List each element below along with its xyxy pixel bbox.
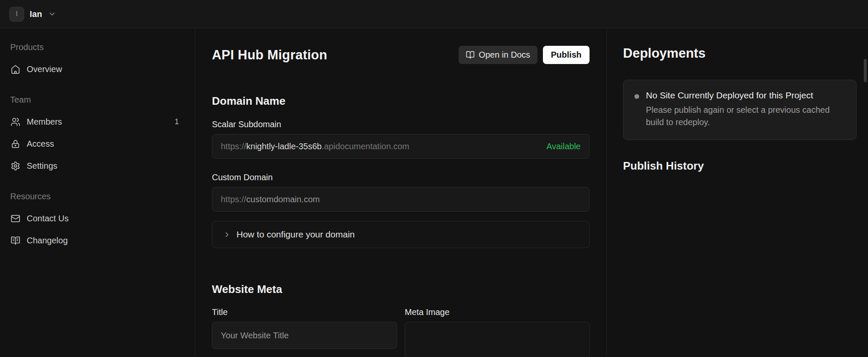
- main-header: API Hub Migration Open in Docs Publish: [212, 46, 590, 64]
- sidebar-item-access[interactable]: Access: [10, 133, 179, 155]
- subdomain-protocol: https://: [221, 142, 246, 151]
- workspace-switcher[interactable]: I Ian: [9, 7, 56, 22]
- sidebar-section-label: Team: [10, 89, 179, 111]
- sidebar-item-label: Contact Us: [27, 214, 69, 223]
- website-title-input[interactable]: [212, 322, 397, 349]
- chevron-down-icon: [48, 10, 56, 18]
- header-actions: Open in Docs Publish: [459, 46, 590, 64]
- layout-columns: Products Overview Team Members 1: [0, 28, 868, 357]
- sidebar-item-contact-us[interactable]: Contact Us: [10, 207, 179, 229]
- title-field-group: Title: [212, 307, 397, 357]
- sidebar-item-members[interactable]: Members 1: [10, 111, 179, 133]
- sidebar-item-changelog[interactable]: Changelog: [10, 229, 179, 251]
- custom-domain-label: Custom Domain: [212, 173, 590, 182]
- sidebar-section-team: Team Members 1 Access: [10, 89, 179, 177]
- workspace-avatar-initial: I: [16, 10, 18, 18]
- publish-button[interactable]: Publish: [543, 46, 590, 64]
- deployment-status-card: No Site Currently Deployed for this Proj…: [623, 80, 857, 140]
- publish-history-heading: Publish History: [623, 159, 857, 173]
- configure-domain-disclosure[interactable]: How to configure your domain: [212, 221, 590, 248]
- sidebar-item-label: Settings: [27, 161, 57, 171]
- configure-domain-label: How to configure your domain: [236, 229, 355, 240]
- sidebar-section-products: Products Overview: [10, 36, 179, 80]
- mail-icon: [10, 214, 20, 223]
- sidebar-item-label: Overview: [27, 64, 62, 74]
- deployment-empty-title: No Site Currently Deployed for this Proj…: [646, 90, 845, 100]
- domain-name-heading: Domain Name: [212, 95, 590, 108]
- home-icon: [10, 64, 20, 74]
- scalar-subdomain-label: Scalar Subdomain: [212, 120, 590, 129]
- scalar-subdomain-input[interactable]: https://knightly-ladle-35s6b.apidocument…: [212, 134, 590, 159]
- deployments-heading: Deployments: [623, 46, 857, 61]
- lock-icon: [10, 139, 20, 149]
- chevron-right-icon: [223, 231, 231, 239]
- sidebar-item-label: Access: [27, 139, 54, 149]
- meta-image-dropzone[interactable]: [405, 322, 590, 357]
- users-icon: [10, 117, 20, 127]
- deployments-panel: Deployments No Site Currently Deployed f…: [607, 28, 868, 357]
- open-in-docs-label: Open in Docs: [479, 50, 530, 60]
- meta-image-field-group: Meta Image: [405, 307, 590, 357]
- publish-label: Publish: [551, 50, 581, 60]
- sidebar-item-label: Changelog: [27, 236, 68, 245]
- status-dot-icon: [634, 94, 639, 99]
- sidebar-section-resources: Resources Contact Us Changelog: [10, 185, 179, 251]
- custom-domain-input[interactable]: https://customdomain.com: [212, 187, 590, 212]
- deployment-status-text: No Site Currently Deployed for this Proj…: [646, 90, 845, 128]
- sidebar-item-label: Members: [27, 117, 62, 127]
- scrollbar-thumb[interactable]: [864, 59, 867, 82]
- sidebar: Products Overview Team Members 1: [0, 28, 195, 357]
- workspace-avatar: I: [9, 7, 24, 22]
- subdomain-value: knightly-ladle-35s6b: [246, 142, 322, 151]
- workspace-name: Ian: [30, 9, 42, 19]
- open-in-docs-button[interactable]: Open in Docs: [459, 46, 537, 64]
- meta-image-label: Meta Image: [405, 307, 590, 317]
- sidebar-section-label: Products: [10, 36, 179, 58]
- page-title: API Hub Migration: [212, 47, 327, 63]
- book-open-icon: [466, 50, 475, 59]
- sidebar-item-settings[interactable]: Settings: [10, 155, 179, 177]
- subdomain-status-badge: Available: [546, 142, 581, 151]
- app-root: I Ian Products Overview Team: [0, 0, 868, 357]
- sidebar-item-overview[interactable]: Overview: [10, 58, 179, 80]
- book-icon: [10, 236, 20, 245]
- title-label: Title: [212, 307, 397, 317]
- deployment-empty-description: Please publish again or select a previou…: [646, 104, 845, 128]
- website-meta-fields: Title Meta Image: [212, 307, 590, 357]
- topbar: I Ian: [0, 0, 868, 28]
- custom-domain-protocol: https://: [221, 195, 246, 204]
- sidebar-section-label: Resources: [10, 185, 179, 207]
- gear-icon: [10, 161, 20, 171]
- subdomain-suffix: .apidocumentation.com: [322, 142, 409, 151]
- custom-domain-placeholder: customdomain.com: [246, 195, 320, 204]
- members-count-badge: 1: [175, 117, 179, 126]
- main-content: API Hub Migration Open in Docs Publish D…: [195, 28, 607, 357]
- website-meta-heading: Website Meta: [212, 283, 590, 296]
